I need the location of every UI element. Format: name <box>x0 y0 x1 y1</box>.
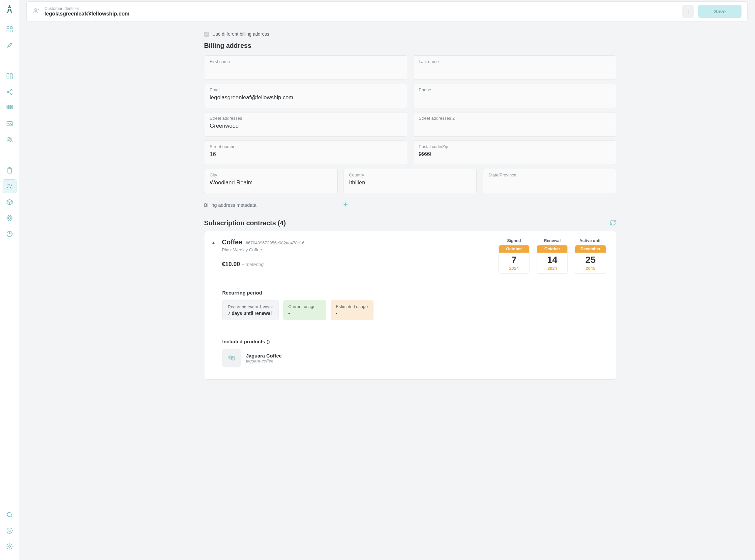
svg-rect-10 <box>6 107 8 109</box>
street-field[interactable]: Street addresses Greenwood <box>204 112 407 137</box>
refresh-contracts-button[interactable] <box>610 219 616 227</box>
contract-price: €10.00 + metering <box>222 261 492 268</box>
svg-point-14 <box>7 138 9 140</box>
product-icon <box>222 349 241 367</box>
topbar: Customer identifier legolasgreenleaf@fel… <box>26 1 748 21</box>
included-products-title: Included products () <box>222 339 598 344</box>
recurring-interval-box: Recurring every 1 week 7 days until rene… <box>222 300 279 320</box>
svg-rect-2 <box>6 30 8 32</box>
svg-point-30 <box>688 13 688 13</box>
contract-id: #670439673956c982ac478c16 <box>246 240 305 245</box>
nav-book-icon[interactable] <box>3 69 17 83</box>
date-signed: Signed October 7 2024 <box>498 238 530 274</box>
nav-search-icon[interactable] <box>3 508 17 522</box>
product-name: Jaguara Coffee <box>246 353 282 359</box>
svg-point-29 <box>688 11 688 12</box>
customer-icon <box>33 7 40 16</box>
nav-users-icon[interactable] <box>3 133 17 146</box>
customer-identifier: legolasgreenleaf@fellowship.com <box>44 11 129 17</box>
date-renewal: Renewal October 14 2024 <box>537 238 568 274</box>
svg-point-26 <box>8 545 11 547</box>
nav-settings-icon[interactable] <box>3 540 17 554</box>
different-billing-checkbox[interactable] <box>204 32 209 37</box>
nav-language-icon[interactable]: AZ <box>3 524 17 538</box>
save-button[interactable]: Save <box>698 5 741 18</box>
svg-rect-12 <box>11 107 12 109</box>
svg-rect-11 <box>9 107 11 109</box>
product-row: Jaguara Coffee jaguara-coffee <box>222 349 598 367</box>
nav-pie-icon[interactable] <box>3 227 17 241</box>
svg-point-19 <box>6 217 12 219</box>
billing-metadata-label: Billing address metadata <box>204 202 257 208</box>
nav-clipboard-icon[interactable] <box>3 164 17 177</box>
svg-rect-0 <box>6 27 8 29</box>
current-usage-box: Current usage - <box>283 300 326 320</box>
nav-box-icon[interactable] <box>3 195 17 209</box>
svg-point-15 <box>10 138 12 140</box>
svg-point-18 <box>7 184 9 186</box>
sidebar: AZ <box>0 0 19 560</box>
contract-name: Coffee <box>222 238 242 246</box>
nav-share-icon[interactable] <box>3 85 17 99</box>
nav-rocket-icon[interactable] <box>3 38 17 52</box>
customer-label: Customer identifier <box>44 6 129 11</box>
app-logo <box>4 4 15 15</box>
last-name-field[interactable]: Last name <box>413 55 616 80</box>
nav-customer-icon[interactable] <box>3 179 17 193</box>
billing-title: Billing address <box>204 42 616 49</box>
contracts-title: Subscription contracts (4) <box>204 219 286 227</box>
state-field[interactable]: State/Province <box>483 169 616 193</box>
first-name-field[interactable]: First name <box>204 55 407 80</box>
postal-field[interactable]: Postal code/Zip 9999 <box>413 140 616 165</box>
svg-point-23 <box>7 513 11 517</box>
nav-dashboard-icon[interactable] <box>3 22 17 36</box>
street2-field[interactable]: Street addresses 2 <box>413 112 616 137</box>
nav-image-icon[interactable] <box>3 117 17 131</box>
svg-point-28 <box>688 9 688 10</box>
product-slug: jaguara-coffee <box>246 359 282 363</box>
svg-point-27 <box>35 8 37 11</box>
nav-atom-icon[interactable] <box>3 211 17 225</box>
svg-point-34 <box>232 358 233 358</box>
more-options-button[interactable] <box>682 5 694 18</box>
contract-plan: Plan: Weekly Coffee <box>222 247 492 252</box>
recurring-title: Recurring period <box>222 290 598 296</box>
different-billing-label: Use different billing address <box>212 31 269 37</box>
email-field[interactable]: Email legolasgreenleaf@fellowship.com <box>204 84 407 108</box>
svg-rect-9 <box>11 105 12 107</box>
svg-rect-3 <box>10 30 12 32</box>
svg-rect-8 <box>9 105 11 107</box>
nav-grid-icon[interactable] <box>3 101 17 115</box>
city-field[interactable]: City Woodland Realm <box>204 169 338 193</box>
add-metadata-button[interactable] <box>342 201 349 209</box>
street-number-field[interactable]: Street number 16 <box>204 140 407 165</box>
svg-rect-7 <box>6 105 8 107</box>
country-field[interactable]: Country Ithilien <box>344 169 477 193</box>
collapse-caret-icon[interactable]: ▲ <box>212 240 215 244</box>
estimated-usage-box: Estimated usage - <box>331 300 373 320</box>
contract-card: ▲ Coffee #670439673956c982ac478c16 Plan:… <box>204 231 616 380</box>
svg-text:AZ: AZ <box>8 529 11 532</box>
svg-rect-1 <box>10 27 12 29</box>
phone-field[interactable]: Phone <box>413 84 616 108</box>
date-active-until: Active until December 25 2045 <box>575 238 606 274</box>
svg-point-33 <box>229 357 230 357</box>
